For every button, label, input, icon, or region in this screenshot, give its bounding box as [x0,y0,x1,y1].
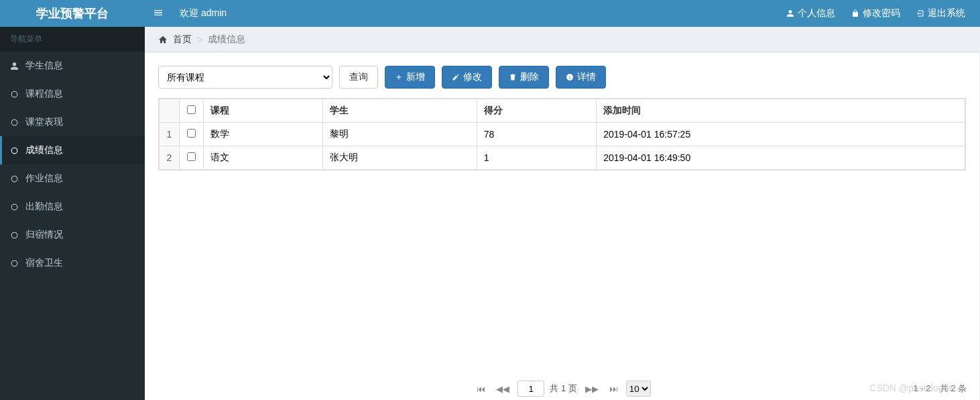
svg-point-1 [11,119,17,126]
nav-header: 导航菜单 [0,27,145,52]
circle-icon [10,174,19,183]
cell-checkbox [180,146,204,170]
profile-link[interactable]: 个人信息 [778,7,843,19]
sidebar-item-label: 宿舍卫生 [25,257,63,269]
svg-point-4 [11,204,17,210]
table-header-row: 课程 学生 得分 添加时间 [160,99,965,123]
cell-score: 78 [477,123,596,146]
col-student[interactable]: 学生 [323,99,477,123]
sidebar: 导航菜单 学生信息课程信息课堂表现成绩信息作业信息出勤信息归宿情况宿舍卫生 [0,27,145,400]
breadcrumb-current: 成绩信息 [208,34,245,46]
circle-icon [10,231,19,240]
password-link[interactable]: 修改密码 [843,7,908,19]
table-row[interactable]: 2语文张大明12019-04-01 16:49:50 [160,146,965,170]
delete-button[interactable]: 删除 [499,66,549,89]
edit-button[interactable]: 修改 [442,66,492,89]
search-button[interactable]: 查询 [339,66,378,89]
sidebar-item-label: 学生信息 [25,60,63,72]
pager-next[interactable]: ▶▶ [583,383,601,395]
sidebar-item-课堂表现[interactable]: 课堂表现 [0,108,145,136]
topbar: 学业预警平台 欢迎 admin 个人信息 修改密码 退出系统 [0,0,980,27]
sidebar-item-归宿情况[interactable]: 归宿情况 [0,221,145,249]
main-content: 首页 > 成绩信息 所有课程 查询 新增 修改 删除 详情 [145,27,980,400]
breadcrumb-home[interactable]: 首页 [173,34,192,46]
sidebar-item-label: 作业信息 [25,172,63,185]
sidebar-item-label: 课堂表现 [25,116,63,128]
sidebar-item-课程信息[interactable]: 课程信息 [0,80,145,108]
circle-icon [10,146,19,155]
cell-index: 1 [160,123,180,146]
brand-title: 学业预警平台 [0,0,145,27]
pager-records: 1 - 2 共 2 条 [914,383,967,395]
sidebar-item-出勤信息[interactable]: 出勤信息 [0,193,145,221]
topbar-right: 个人信息 修改密码 退出系统 [778,7,980,19]
sidebar-item-学生信息[interactable]: 学生信息 [0,52,145,80]
pager-size-select[interactable]: 10 [626,381,651,397]
col-time[interactable]: 添加时间 [597,99,965,123]
cell-score: 1 [477,146,596,170]
col-index [160,99,180,123]
pager-first[interactable]: ⏮ [474,383,488,395]
col-course[interactable]: 课程 [204,99,323,123]
table-row[interactable]: 1数学黎明782019-04-01 16:57:25 [160,123,965,146]
circle-icon [10,203,19,211]
logout-icon [916,9,924,17]
cell-course: 数学 [204,123,323,146]
cell-checkbox [180,123,204,146]
user-icon [786,9,794,17]
sidebar-item-label: 课程信息 [25,88,63,100]
circle-icon [10,118,19,127]
cell-student: 张大明 [323,146,477,170]
breadcrumb: 首页 > 成绩信息 [145,27,979,52]
data-table: 课程 学生 得分 添加时间 1数学黎明782019-04-01 16:57:25… [158,98,966,170]
welcome-text: 欢迎 admin [180,7,227,19]
sidebar-item-宿舍卫生[interactable]: 宿舍卫生 [0,249,145,277]
sidebar-toggle[interactable] [145,7,172,20]
sidebar-item-作业信息[interactable]: 作业信息 [0,164,145,193]
lock-icon [851,9,859,17]
row-checkbox[interactable] [187,152,196,161]
circle-icon [10,90,19,99]
toolbar: 所有课程 查询 新增 修改 删除 详情 [145,52,979,98]
cell-time: 2019-04-01 16:49:50 [597,146,965,170]
detail-button[interactable]: 详情 [556,66,606,89]
pager-page-input[interactable] [517,381,544,397]
pager-total-pages: 共 1 页 [550,383,576,395]
home-icon [158,35,168,44]
circle-icon [10,259,19,268]
svg-point-3 [11,176,17,182]
pager: ⏮ ◀◀ 共 1 页 ▶▶ ⏭ 10 1 - 2 共 2 条 [145,379,980,399]
svg-point-0 [11,91,17,97]
svg-point-5 [11,232,17,238]
sidebar-item-label: 出勤信息 [25,201,63,213]
svg-point-6 [11,260,17,266]
pager-last[interactable]: ⏭ [607,383,621,395]
checkbox-all[interactable] [187,105,196,114]
plus-icon [395,73,403,81]
col-checkbox-all [180,99,204,123]
info-icon [566,73,574,81]
sidebar-item-label: 归宿情况 [25,229,63,241]
user-icon [10,62,19,70]
edit-icon [452,73,460,81]
cell-student: 黎明 [323,123,477,146]
col-score[interactable]: 得分 [477,99,596,123]
breadcrumb-separator: > [197,34,202,45]
sidebar-item-label: 成绩信息 [25,144,63,156]
cell-time: 2019-04-01 16:57:25 [597,123,965,146]
add-button[interactable]: 新增 [385,66,435,89]
row-checkbox[interactable] [187,129,196,138]
logout-link[interactable]: 退出系统 [908,7,973,19]
cell-index: 2 [160,146,180,170]
cell-course: 语文 [204,146,323,170]
trash-icon [509,73,517,81]
sidebar-item-成绩信息[interactable]: 成绩信息 [0,136,145,164]
pager-prev[interactable]: ◀◀ [493,383,512,395]
svg-point-2 [11,148,17,154]
course-select[interactable]: 所有课程 [158,66,332,89]
